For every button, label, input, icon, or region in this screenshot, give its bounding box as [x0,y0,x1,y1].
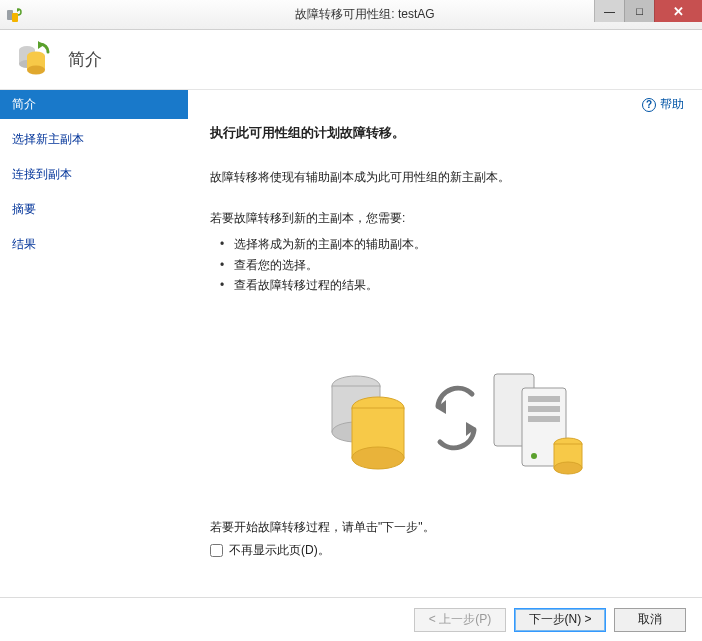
help-icon: ? [642,98,656,112]
sidebar-item-result[interactable]: 结果 [0,230,188,259]
dont-show-label: 不再显示此页(D)。 [229,542,330,559]
svg-point-8 [27,66,45,75]
header-panel: 简介 [0,30,702,90]
minimize-button[interactable]: — [594,0,624,22]
help-label: 帮助 [660,96,684,113]
requirements-block: 若要故障转移到新的主副本，您需要: 选择将成为新的主副本的辅助副本。 查看您的选… [210,209,682,295]
window-controls: — □ ✕ [594,0,702,22]
description-text: 故障转移将使现有辅助副本成为此可用性组的新主副本。 [210,168,682,187]
sidebar: 简介 选择新主副本 连接到副本 摘要 结果 [0,90,188,597]
requirements-list: 选择将成为新的主副本的辅助副本。 查看您的选择。 查看故障转移过程的结果。 [210,234,682,295]
sidebar-item-intro[interactable]: 简介 [0,90,188,119]
svg-point-15 [352,447,404,469]
help-link[interactable]: ? 帮助 [642,96,684,113]
subject-heading: 执行此可用性组的计划故障转移。 [210,124,682,142]
requirements-intro: 若要故障转移到新的主副本，您需要: [210,209,682,228]
sidebar-item-connect-replica[interactable]: 连接到副本 [0,160,188,189]
next-button[interactable]: 下一步(N) > [514,608,606,632]
svg-rect-1 [12,13,18,22]
sidebar-item-select-primary[interactable]: 选择新主副本 [0,125,188,154]
svg-rect-18 [528,396,560,402]
content-area: ? 帮助 执行此可用性组的计划故障转移。 故障转移将使现有辅助副本成为此可用性组… [188,90,702,597]
header-icon [14,38,54,81]
app-icon [6,7,22,23]
dont-show-row[interactable]: 不再显示此页(D)。 [210,542,682,559]
failover-illustration [210,356,682,489]
sidebar-item-summary[interactable]: 摘要 [0,195,188,224]
maximize-button[interactable]: □ [624,0,654,22]
list-item: 查看故障转移过程的结果。 [220,275,682,295]
svg-point-21 [531,453,537,459]
prev-button: < 上一步(P) [414,608,506,632]
svg-rect-20 [528,416,560,422]
footer: < 上一步(P) 下一步(N) > 取消 [0,597,702,641]
dont-show-checkbox[interactable] [210,544,223,557]
list-item: 查看您的选择。 [220,255,682,275]
list-item: 选择将成为新的主副本的辅助副本。 [220,234,682,254]
cancel-button[interactable]: 取消 [614,608,686,632]
svg-point-24 [554,462,582,474]
close-button[interactable]: ✕ [654,0,702,22]
titlebar: 故障转移可用性组: testAG — □ ✕ [0,0,702,30]
svg-rect-19 [528,406,560,412]
wizard-body: 简介 选择新主副本 连接到副本 摘要 结果 ? 帮助 执行此可用性组的计划故障转… [0,90,702,597]
start-hint: 若要开始故障转移过程，请单击"下一步"。 [210,519,682,536]
page-title: 简介 [68,48,102,71]
svg-marker-9 [38,41,44,49]
